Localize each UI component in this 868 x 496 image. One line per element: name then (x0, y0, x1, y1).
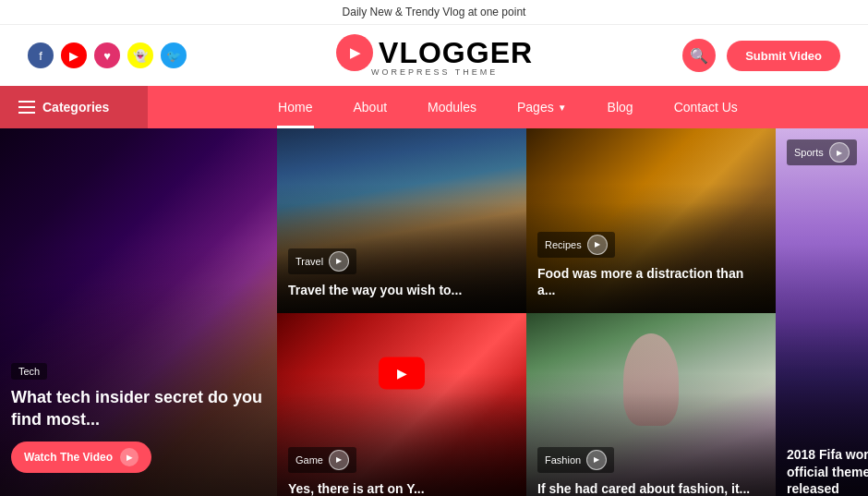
twitter-icon[interactable]: 🐦 (161, 42, 187, 68)
logo-sub: WOREPRESS THEME (371, 67, 498, 77)
game-tag: Game ▶ (288, 447, 356, 473)
header-right: 🔍 Submit Video (682, 39, 840, 72)
travel-tag: Travel ▶ (288, 248, 356, 274)
logo-text: VLOGGER (379, 36, 533, 70)
top-bar: Daily New & Trendy Vlog at one point (0, 0, 868, 25)
top-bar-message: Daily New & Trendy Vlog at one point (343, 6, 526, 18)
game-title: Yes, there is art on Y... (288, 480, 515, 496)
youtube-icon[interactable]: ▶ (61, 42, 87, 68)
header: f ▶ ♥ 👻 🐦 VLOGGER WOREPRESS THEME 🔍 Subm… (0, 25, 868, 86)
nav-links: Home About Modules Pages ▼ Blog Contact … (148, 86, 868, 128)
game-tag-label: Game (295, 454, 323, 466)
fashion-tag-label: Fashion (545, 454, 581, 466)
sports-tag: Sports ▶ (787, 139, 857, 165)
hamburger-icon (18, 101, 35, 114)
nav-link-blog[interactable]: Blog (587, 86, 654, 128)
nav-link-about[interactable]: About (332, 86, 407, 128)
logo: VLOGGER WOREPRESS THEME (336, 34, 533, 77)
card-game[interactable]: ▶ Game ▶ Yes, there is art on Y... (277, 313, 526, 496)
facebook-icon[interactable]: f (28, 42, 54, 68)
snapchat-icon[interactable]: 👻 (127, 42, 153, 68)
instagram-icon[interactable]: ♥ (94, 42, 120, 68)
logo-icon (336, 34, 373, 71)
tech-title: What tech insider secret do you find mos… (11, 387, 266, 430)
nav-link-modules[interactable]: Modules (407, 86, 497, 128)
card-sports[interactable]: Sports ▶ 2018 Fifa world cup official th… (776, 128, 868, 496)
categories-label: Categories (42, 100, 109, 115)
sports-play-icon[interactable]: ▶ (829, 142, 850, 163)
tech-tag: Tech (11, 363, 47, 380)
social-icons: f ▶ ♥ 👻 🐦 (28, 42, 187, 68)
card-travel[interactable]: Travel ▶ Travel the way you wish to... (277, 128, 526, 313)
recipes-card-content: Recipes ▶ Food was more a distraction th… (526, 221, 776, 313)
card-tech[interactable]: Tech What tech insider secret do you fin… (0, 128, 277, 496)
play-icon: ▶ (120, 448, 139, 466)
fashion-title: If she had cared about fashion, it... (537, 480, 765, 496)
content-grid: Tech What tech insider secret do you fin… (0, 128, 868, 496)
recipes-tag: Recipes ▶ (537, 232, 615, 258)
recipes-tag-label: Recipes (545, 239, 582, 250)
nav-link-pages[interactable]: Pages ▼ (497, 86, 587, 128)
watch-video-button[interactable]: Watch The Video ▶ (11, 442, 151, 473)
submit-video-button[interactable]: Submit Video (727, 41, 840, 71)
game-play-icon[interactable]: ▶ (329, 450, 349, 470)
recipes-play-icon[interactable]: ▶ (587, 235, 608, 255)
search-button[interactable]: 🔍 (682, 39, 716, 72)
nav-link-home[interactable]: Home (258, 86, 332, 128)
travel-title: Travel the way you wish to... (288, 282, 515, 298)
fashion-tag: Fashion ▶ (537, 447, 614, 473)
nav-categories[interactable]: Categories (0, 86, 148, 128)
sports-tag-label: Sports (794, 147, 824, 158)
travel-tag-label: Travel (295, 256, 323, 267)
card-fashion[interactable]: Fashion ▶ If she had cared about fashion… (526, 313, 776, 496)
game-card-content: Game ▶ Yes, there is art on Y... (277, 436, 526, 496)
pages-arrow-icon: ▼ (558, 103, 567, 113)
card-recipes[interactable]: Recipes ▶ Food was more a distraction th… (526, 128, 776, 313)
nav-link-contact[interactable]: Contact Us (654, 86, 758, 128)
fashion-play-icon[interactable]: ▶ (586, 450, 607, 470)
logo-main: VLOGGER (336, 34, 533, 71)
travel-play-icon[interactable]: ▶ (329, 251, 349, 272)
tech-tag-label: Tech (18, 366, 40, 377)
nav: Categories Home About Modules Pages ▼ Bl… (0, 86, 868, 128)
recipes-title: Food was more a distraction than a... (537, 265, 765, 298)
sports-card-content: 2018 Fifa world cup official theme song … (787, 446, 868, 496)
sports-title: 2018 Fifa world cup official theme song … (787, 446, 868, 496)
fashion-card-content: Fashion ▶ If she had cared about fashion… (526, 436, 776, 496)
tech-card-content: Tech What tech insider secret do you fin… (0, 351, 277, 484)
travel-card-content: Travel ▶ Travel the way you wish to... (277, 237, 526, 313)
